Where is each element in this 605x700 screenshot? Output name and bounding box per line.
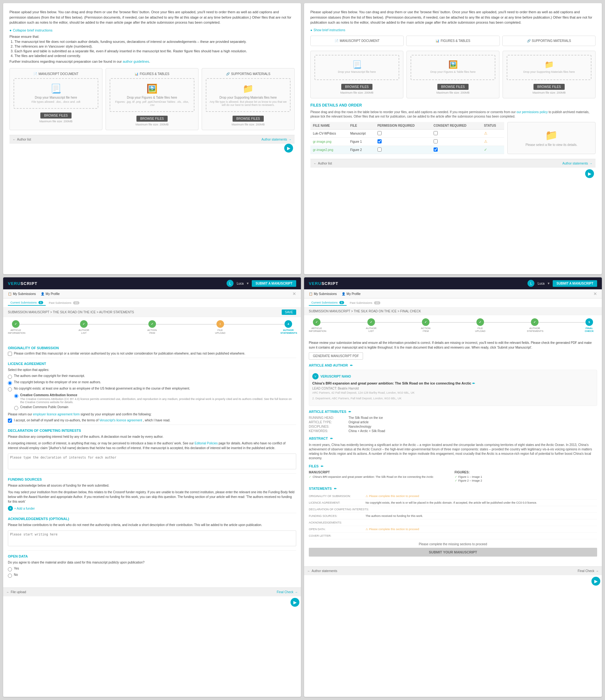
cc-description-1: The Creative Commons Attribution (CC BY … (20, 397, 296, 404)
attributes-title: ARTICLE ATTRIBUTES ✏ (309, 410, 597, 414)
submit-manuscript-header-btn[interactable]: SUBMIT A MANUSCRIPT (252, 280, 296, 287)
licence-radio-2[interactable] (8, 381, 12, 385)
edit-abstract-icon[interactable]: ✏ (330, 437, 333, 440)
document-icon: 📄 (33, 72, 37, 76)
scroll-btn-4[interactable]: ▶ (591, 577, 600, 585)
add-funder-btn[interactable]: + + Add a funder (8, 506, 296, 511)
cc-option-1: Creative Commons Attribution licence The… (14, 393, 296, 404)
drop-area-2-supporting[interactable]: 📁 Drop your Supporting Materials files h… (507, 55, 591, 80)
file-permission-cell[interactable] (375, 129, 431, 138)
scroll-down-btn-2[interactable]: ▶ (585, 169, 594, 178)
file-consent-cell[interactable] (431, 146, 481, 154)
editorial-policies-link[interactable]: Editorial Policies (195, 442, 218, 445)
nav-forward-btn-2[interactable]: Author statements → (562, 162, 593, 165)
nav-back-btn-3[interactable]: ← File upload (6, 590, 26, 594)
chevron-down-icon[interactable]: ▾ (247, 281, 249, 285)
permission-checkbox-2[interactable] (378, 139, 382, 143)
panel-navigation: ← Author list Author statements → (9, 135, 295, 144)
file-permission-cell[interactable] (375, 138, 431, 146)
category-supporting[interactable]: 🔗 SUPPORTING MATERIALS (502, 35, 596, 46)
licence-radio-1[interactable] (8, 375, 12, 379)
browse-btn-2-manuscript[interactable]: BROWSE FILES (341, 84, 373, 90)
table-row[interactable]: gr-image2.png Figure 2 ✓ (310, 146, 504, 154)
generate-pdf-btn[interactable]: GENERATE MANUSCRIPT PDF (309, 352, 363, 359)
statement-competing: DECLARATION OF COMPETING INTERESTS: (309, 506, 597, 513)
statements-section: ORIGINALITY OF SUBMISSION: ⚠ Please comp… (309, 493, 597, 539)
chevron-down-icon-2[interactable]: ▾ (548, 281, 550, 285)
supporting-browse-btn[interactable]: BROWSE FILES (232, 116, 264, 122)
licence-radio-3[interactable] (8, 388, 12, 392)
consent-checkbox[interactable] (434, 131, 438, 135)
category-figures[interactable]: 📊 FIGURES & TABLES (406, 35, 500, 46)
permission-checkbox[interactable] (378, 131, 382, 135)
current-submissions-tab-2[interactable]: Current Submissions 6 (309, 300, 347, 306)
figures-drop-area[interactable]: 🖼️ Drop your Figures & Table files here … (110, 78, 195, 112)
breadcrumb: SUBMISSION MANUSCRIPT > THE SILK ROAD ON… (3, 308, 301, 317)
edit-attributes-icon[interactable]: ✏ (349, 410, 351, 414)
nav-forward-btn-4[interactable]: Final Check → (578, 569, 599, 573)
edit-files-icon[interactable]: ✏ (321, 465, 323, 468)
table-row[interactable]: Luk-CV-WPdocs Manuscript ⚠ (310, 129, 504, 138)
competing-interests-textarea[interactable] (8, 453, 296, 469)
cc-label-2: Creative Commons Public Domain (20, 405, 68, 409)
permissions-link[interactable]: our permissions policy (516, 110, 548, 114)
edit-statements-icon[interactable]: ✏ (334, 487, 336, 491)
drop-icon-2-sup: 📁 (510, 60, 588, 69)
author-guidelines-link[interactable]: author guidelines (123, 59, 149, 64)
past-submissions-tab[interactable]: Past Submissions 15 (46, 300, 82, 305)
acknowledgements-textarea[interactable] (8, 530, 296, 546)
my-submissions-nav[interactable]: 📋 My Submissions (8, 292, 36, 296)
my-profile-nav[interactable]: 👤 My Profile (41, 292, 59, 296)
scroll-down-btn[interactable]: ▶ (284, 144, 293, 153)
submit-manuscript-header-btn-2[interactable]: SUBMIT A MANUSCRIPT (553, 280, 597, 287)
my-profile-nav-2[interactable]: 👤 My Profile (342, 292, 360, 296)
nav-back-btn-4[interactable]: ← Author statements (307, 569, 337, 573)
employer-licence-link[interactable]: employer licence agreement form (33, 412, 80, 416)
manuscript-terms-checkbox[interactable] (8, 419, 12, 423)
scroll-btn-3[interactable]: ▶ (291, 598, 299, 607)
open-data-no[interactable]: No (8, 573, 296, 578)
step-2-action: ✓ ACTION ITEM (418, 318, 434, 332)
open-data-yes[interactable]: Yes (8, 567, 296, 571)
drop-area-2-manuscript[interactable]: 📃 Drop your Manuscript file here (314, 55, 399, 80)
browse-btn-2-figures[interactable]: BROWSE FILES (437, 84, 469, 90)
nav-back-btn-2[interactable]: ← Author list (313, 162, 332, 165)
manuscript-drop-area[interactable]: 📃 Drop your Manuscript file here File ty… (14, 78, 98, 109)
consent-checkbox-2[interactable] (434, 139, 438, 143)
submit-manuscript-btn[interactable]: SUBMIT YOUR MANUSCRIPT (309, 548, 597, 557)
edit-title-icon[interactable]: ✏ (472, 382, 475, 385)
supporting-drop-area[interactable]: 📁 Drop your Supporting Materials files h… (206, 78, 291, 112)
open-data-yes-radio[interactable] (8, 567, 12, 571)
consent-checkbox-3[interactable] (434, 148, 438, 152)
drop-area-2-figures[interactable]: 🖼️ Drop your Figures & Table files here (410, 55, 495, 80)
supporting-icon: 🔗 (226, 72, 230, 76)
table-row[interactable]: gr-image.png Figure 1 ⚠ (310, 138, 504, 146)
edit-article-icon[interactable]: ✏ (350, 364, 353, 367)
manuscript-drop-text: Drop your Manuscript file here (17, 96, 95, 99)
nav-forward-btn-3[interactable]: Final Check → (277, 590, 298, 594)
figures-browse-btn[interactable]: BROWSE FILES (136, 116, 168, 122)
file-consent-cell[interactable] (431, 129, 481, 138)
past-submissions-tab-2[interactable]: Past Submissions 15 (347, 300, 383, 305)
file-upload-panel: Please upload your files below. You can … (3, 3, 301, 274)
current-submissions-tab[interactable]: Current Submissions 6 (8, 300, 46, 306)
show-brief-btn[interactable]: ● Show brief instructions (310, 28, 596, 32)
cc-radio-2[interactable] (14, 406, 18, 410)
save-button[interactable]: SAVE (282, 309, 296, 315)
manuscript-browse-btn[interactable]: BROWSE FILES (40, 112, 72, 119)
nav-forward-btn[interactable]: Author statements → (261, 138, 292, 141)
file-permission-cell[interactable] (375, 146, 431, 154)
open-data-no-radio[interactable] (8, 574, 12, 578)
file-consent-cell[interactable] (431, 138, 481, 146)
category-manuscript[interactable]: 📄 MANUSCRIPT DOCUMENT (310, 35, 404, 46)
nav-back-btn[interactable]: ← Author list (12, 138, 31, 141)
browse-btn-2-supporting[interactable]: BROWSE FILES (533, 84, 565, 90)
manuscript-licence-link[interactable]: Veruscript's licence agreement (99, 419, 142, 422)
originality-checkbox[interactable] (8, 352, 12, 356)
my-submissions-nav-2[interactable]: 📋 My Submissions (309, 292, 337, 296)
close-icon[interactable]: ✕ (293, 291, 296, 296)
permission-checkbox-3[interactable] (378, 148, 382, 152)
close-icon-2[interactable]: ✕ (593, 291, 597, 296)
collapse-instructions-btn[interactable]: ● Collapse brief instructions (9, 28, 295, 32)
cc-radio-1[interactable] (14, 394, 18, 398)
